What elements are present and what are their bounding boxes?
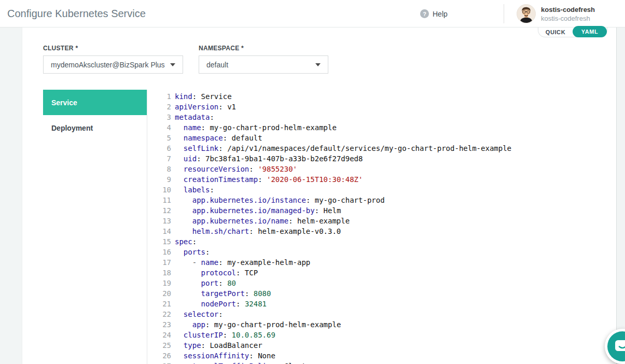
user-names: kostis-codefresh kostis-codefresh bbox=[541, 5, 595, 23]
code-line[interactable]: 1kind: Service bbox=[156, 91, 615, 102]
code-line[interactable]: 18 protocol: TCP bbox=[156, 268, 615, 278]
line-number: 25 bbox=[156, 340, 171, 351]
line-number: 8 bbox=[156, 164, 171, 174]
code-text: port: 80 bbox=[171, 278, 236, 288]
code-line[interactable]: 6 selfLink: /api/v1/namespaces/default/s… bbox=[156, 143, 615, 153]
avatar bbox=[517, 4, 536, 23]
header-divider bbox=[504, 4, 504, 23]
line-number: 17 bbox=[156, 257, 171, 268]
help-label: Help bbox=[433, 10, 448, 18]
code-text: clusterIP: 10.0.85.69 bbox=[171, 330, 275, 340]
line-number: 16 bbox=[156, 247, 171, 257]
code-line[interactable]: 14 helm.sh/chart: helm-example-v0.3.0 bbox=[156, 226, 615, 236]
code-line[interactable]: 22 selector: bbox=[156, 309, 615, 319]
line-number: 21 bbox=[156, 299, 171, 309]
code-line[interactable]: 9 creationTimestamp: '2020-06-15T10:30:4… bbox=[156, 174, 615, 185]
line-number: 5 bbox=[156, 133, 171, 143]
code-text: name: my-go-chart-prod-helm-example bbox=[171, 122, 337, 133]
chevron-down-icon bbox=[170, 63, 175, 66]
code-lines: 1kind: Service2apiVersion: v13metadata:4… bbox=[156, 91, 615, 364]
yaml-editor[interactable]: 1kind: Service2apiVersion: v13metadata:4… bbox=[156, 91, 615, 364]
code-text: apiVersion: v1 bbox=[171, 102, 236, 112]
help-button[interactable]: ? Help bbox=[420, 0, 448, 27]
code-line[interactable]: 17 - name: my-example-helm-app bbox=[156, 257, 615, 268]
line-number: 22 bbox=[156, 309, 171, 319]
code-line[interactable]: 10 labels: bbox=[156, 185, 615, 195]
line-number: 14 bbox=[156, 226, 171, 236]
code-line[interactable]: 2apiVersion: v1 bbox=[156, 102, 615, 112]
code-text: app.kubernetes.io/managed-by: Helm bbox=[171, 205, 341, 216]
code-text: selfLink: /api/v1/namespaces/default/ser… bbox=[171, 143, 511, 153]
code-text: app.kubernetes.io/instance: my-go-chart-… bbox=[171, 195, 385, 205]
line-number: 13 bbox=[156, 216, 171, 226]
chevron-down-icon bbox=[315, 63, 321, 66]
tab-deployment[interactable]: Deployment bbox=[43, 115, 147, 141]
user-menu[interactable]: kostis-codefresh kostis-codefresh bbox=[517, 4, 595, 23]
line-number: 27 bbox=[156, 361, 171, 364]
code-text: app: my-go-chart-prod-helm-example bbox=[171, 319, 341, 330]
line-number: 11 bbox=[156, 195, 171, 205]
line-number: 6 bbox=[156, 143, 171, 153]
code-line[interactable]: 25 type: LoadBalancer bbox=[156, 340, 615, 351]
user-subtitle: kostis-codefresh bbox=[541, 14, 595, 23]
line-number: 24 bbox=[156, 330, 171, 340]
code-text: kind: Service bbox=[171, 91, 232, 102]
namespace-label: NAMESPACE * bbox=[199, 45, 244, 52]
code-text: resourceVersion: '9855230' bbox=[171, 164, 297, 174]
line-number: 20 bbox=[156, 288, 171, 299]
line-number: 4 bbox=[156, 122, 171, 133]
line-number: 9 bbox=[156, 174, 171, 185]
code-line[interactable]: 24 clusterIP: 10.0.85.69 bbox=[156, 330, 615, 340]
page-title: Configure Kubernetes Service bbox=[7, 0, 146, 27]
code-text: namespace: default bbox=[171, 133, 262, 143]
code-line[interactable]: 23 app: my-go-chart-prod-helm-example bbox=[156, 319, 615, 330]
line-number: 12 bbox=[156, 205, 171, 216]
code-text: selector: bbox=[171, 309, 223, 319]
user-name: kostis-codefresh bbox=[541, 5, 595, 14]
line-number: 10 bbox=[156, 185, 171, 195]
code-line[interactable]: 8 resourceVersion: '9855230' bbox=[156, 164, 615, 174]
code-text: labels: bbox=[171, 185, 214, 195]
code-text: uid: 7bc38fa1-9ba1-407b-a33b-b2e6f27d9ed… bbox=[171, 153, 363, 164]
code-line[interactable]: 4 name: my-go-chart-prod-helm-example bbox=[156, 122, 615, 133]
line-number: 18 bbox=[156, 268, 171, 278]
code-line[interactable]: 26 sessionAffinity: None bbox=[156, 351, 615, 361]
tabs-divider bbox=[147, 90, 147, 364]
code-text: externalTrafficPolicy: Cluster bbox=[171, 361, 315, 364]
line-number: 23 bbox=[156, 319, 171, 330]
code-text: type: LoadBalancer bbox=[171, 340, 262, 351]
avatar-illustration bbox=[517, 5, 535, 23]
code-line[interactable]: 16 ports: bbox=[156, 247, 615, 257]
code-text: ports: bbox=[171, 247, 210, 257]
code-line[interactable]: 7 uid: 7bc38fa1-9ba1-407b-a33b-b2e6f27d9… bbox=[156, 153, 615, 164]
code-line[interactable]: 27 externalTrafficPolicy: Cluster bbox=[156, 361, 615, 364]
line-number: 1 bbox=[156, 91, 171, 102]
code-line[interactable]: 15spec: bbox=[156, 236, 615, 247]
code-text: sessionAffinity: None bbox=[171, 351, 275, 361]
namespace-select[interactable]: default bbox=[199, 55, 328, 74]
code-line[interactable]: 12 app.kubernetes.io/managed-by: Helm bbox=[156, 205, 615, 216]
mode-toggle: QUICK YAML bbox=[538, 27, 607, 37]
code-text: creationTimestamp: '2020-06-15T10:30:48Z… bbox=[171, 174, 363, 185]
line-number: 15 bbox=[156, 236, 171, 247]
line-number: 19 bbox=[156, 278, 171, 288]
yaml-mode-button[interactable]: YAML bbox=[573, 26, 607, 37]
tab-service[interactable]: Service bbox=[43, 90, 147, 115]
page-scrollbar[interactable] bbox=[617, 27, 625, 364]
code-line[interactable]: 5 namespace: default bbox=[156, 133, 615, 143]
code-line[interactable]: 3metadata: bbox=[156, 112, 615, 122]
code-line[interactable]: 21 nodePort: 32481 bbox=[156, 299, 615, 309]
header: Configure Kubernetes Service ? Help bbox=[0, 0, 625, 27]
code-line[interactable]: 20 targetPort: 8080 bbox=[156, 288, 615, 299]
help-icon: ? bbox=[420, 9, 429, 18]
code-line[interactable]: 11 app.kubernetes.io/instance: my-go-cha… bbox=[156, 195, 615, 205]
quick-mode-button[interactable]: QUICK bbox=[538, 27, 573, 37]
chat-icon bbox=[615, 340, 625, 354]
configure-kubernetes-service-page: Configure Kubernetes Service ? Help bbox=[0, 0, 625, 364]
code-text: metadata: bbox=[171, 112, 214, 122]
cluster-label: CLUSTER * bbox=[43, 45, 78, 52]
code-line[interactable]: 19 port: 80 bbox=[156, 278, 615, 288]
code-line[interactable]: 13 app.kubernetes.io/name: helm-example bbox=[156, 216, 615, 226]
code-text: helm.sh/chart: helm-example-v0.3.0 bbox=[171, 226, 341, 236]
cluster-select[interactable]: mydemoAkscluster@BizSpark Plus bbox=[43, 55, 183, 74]
